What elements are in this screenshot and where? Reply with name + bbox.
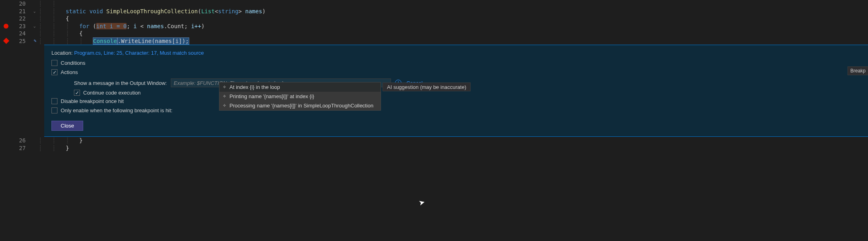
sparkle-icon: ✧ xyxy=(223,103,226,108)
code-text: Console.WriteLine(names[i]); xyxy=(93,38,189,44)
sparkle-icon: ✧ xyxy=(223,94,226,99)
breakpoints-side-tab[interactable]: Breakp xyxy=(848,66,868,75)
code-text: for (int i = 0; i < names.Count; i++) xyxy=(79,23,205,29)
code-editor-continued[interactable]: 26 ┊ ┊ ┊ } 27 ┊ ┊ } xyxy=(0,137,868,152)
tracepoint-diamond-icon xyxy=(3,38,9,44)
line-number: 27 xyxy=(12,145,31,151)
location-value[interactable]: Program.cs, Line: 25, Character: 17, Mus… xyxy=(74,50,204,56)
indent-guide: ┊ ┊ ┊ xyxy=(39,137,79,144)
sparkle-icon: ✧ xyxy=(223,84,226,90)
continue-execution-label: Continue code execution xyxy=(83,90,141,96)
disable-once-checkbox[interactable] xyxy=(51,98,57,104)
location-label: Location: xyxy=(51,50,74,56)
conditions-row: Conditions xyxy=(51,60,861,66)
actions-label: Actions xyxy=(61,69,78,75)
indent-guide: ┊ ┊ xyxy=(39,8,66,14)
fold-chevron-icon[interactable]: ⌄ xyxy=(31,9,39,13)
breakpoint-settings-panel: Location: Program.cs, Line: 25, Characte… xyxy=(44,45,868,137)
conditions-checkbox[interactable] xyxy=(51,60,57,66)
code-text: } xyxy=(66,145,69,151)
suggestions-popup: ✧ At index {i} in the loop ✧ Printing na… xyxy=(219,82,381,111)
suggestion-text: At index {i} in the loop xyxy=(229,84,280,90)
screwdriver-icon[interactable]: ✎ xyxy=(31,38,39,43)
code-text: { xyxy=(79,30,82,37)
ai-suggestion-badge: AI suggestion (may be inaccurate) xyxy=(383,82,471,91)
code-line[interactable]: 23 ⌄ ┊ ┊ ┊ for (int i = 0; i < names.Cou… xyxy=(0,23,868,30)
conditions-label: Conditions xyxy=(61,60,85,66)
fold-chevron-icon[interactable]: ⌄ xyxy=(31,24,39,28)
suggestion-item[interactable]: ✧ Processing name '{names[i]}' in Simple… xyxy=(219,101,381,110)
code-text: } xyxy=(79,137,82,144)
code-line[interactable]: 22 ┊ ┊ { xyxy=(0,15,868,23)
code-line[interactable]: 27 ┊ ┊ } xyxy=(0,144,868,152)
actions-checkbox[interactable] xyxy=(51,69,57,75)
indent-guide: ┊ ┊ ┊ xyxy=(39,30,79,37)
code-editor[interactable]: 20 ┊ ┊ 21 ⌄ ┊ ┊ static void SimpleLoopTh… xyxy=(0,0,868,45)
indent-guide: ┊ ┊ xyxy=(39,145,66,151)
actions-row: Actions xyxy=(51,69,861,75)
indent-guide: ┊ ┊ ┊ xyxy=(39,23,79,29)
code-line[interactable]: 26 ┊ ┊ ┊ } xyxy=(0,137,868,144)
code-line[interactable]: 20 ┊ ┊ xyxy=(0,0,868,8)
suggestion-text: Printing name '{names[i]}' at index {i} xyxy=(229,93,314,99)
line-number: 26 xyxy=(12,137,31,144)
suggestion-text: Processing name '{names[i]}' in SimpleLo… xyxy=(229,103,373,109)
disable-once-label: Disable breakpoint once hit xyxy=(61,98,124,104)
breakpoint-glyph[interactable] xyxy=(0,39,12,43)
suggestion-item[interactable]: ✧ At index {i} in the loop xyxy=(219,82,381,92)
show-message-label: Show a message in the Output Window: xyxy=(74,80,167,86)
line-number: 25 xyxy=(12,38,31,44)
line-number: 24 xyxy=(12,30,31,37)
code-text: static void SimpleLoopThroughCollection(… xyxy=(66,8,265,14)
breakpoint-location: Location: Program.cs, Line: 25, Characte… xyxy=(51,50,861,56)
line-number: 21 xyxy=(12,8,31,14)
continue-execution-checkbox[interactable] xyxy=(74,90,80,96)
code-line[interactable]: 25 ✎ ┊ ┊ ┊ ┊ Console.WriteLine(names[i])… xyxy=(0,37,868,45)
code-line[interactable]: 21 ⌄ ┊ ┊ static void SimpleLoopThroughCo… xyxy=(0,8,868,15)
breakpoint-glyph[interactable] xyxy=(0,24,12,29)
line-number: 20 xyxy=(12,0,31,7)
mouse-cursor-icon: ➤ xyxy=(418,197,426,207)
indent-guide: ┊ ┊ ┊ ┊ xyxy=(39,38,93,44)
indent-guide: ┊ ┊ xyxy=(39,0,55,7)
close-button[interactable]: Close xyxy=(51,121,83,131)
indent-guide: ┊ ┊ xyxy=(39,15,66,22)
breakpoint-dot-icon xyxy=(4,24,8,29)
code-text: { xyxy=(66,15,69,22)
only-enable-checkbox[interactable] xyxy=(51,107,57,113)
only-enable-label: Only enable when the following breakpoin… xyxy=(61,107,172,113)
disable-once-row: Disable breakpoint once hit xyxy=(51,98,861,104)
line-number: 22 xyxy=(12,15,31,22)
only-enable-row: Only enable when the following breakpoin… xyxy=(51,107,861,113)
line-number: 23 xyxy=(12,23,31,29)
suggestion-item[interactable]: ✧ Printing name '{names[i]}' at index {i… xyxy=(219,92,381,101)
code-line[interactable]: 24 ┊ ┊ ┊ { xyxy=(0,30,868,37)
